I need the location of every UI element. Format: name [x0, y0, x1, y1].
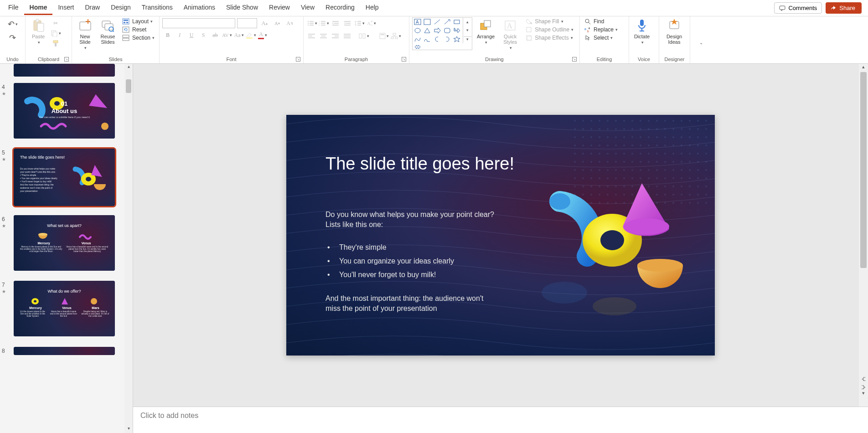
- font-name-input[interactable]: [162, 18, 235, 28]
- undo-button[interactable]: ↶▾: [7, 19, 18, 29]
- notes-placeholder: Click to add notes: [140, 412, 198, 419]
- line-spacing-button[interactable]: ▾: [354, 18, 365, 28]
- align-text-button[interactable]: ▾: [378, 31, 389, 41]
- tab-view[interactable]: View: [295, 1, 320, 15]
- shapes-scroll-down[interactable]: ▾: [466, 28, 469, 32]
- shapes-expand[interactable]: ▾: [464, 36, 471, 41]
- copy-button[interactable]: ▾: [50, 28, 61, 38]
- smartart-button[interactable]: ▾: [390, 31, 401, 41]
- slide-intro[interactable]: Do you know what helps you make your poi…: [326, 210, 494, 229]
- shapes-scroll-up[interactable]: ▴: [466, 20, 469, 24]
- font-size-input[interactable]: [237, 18, 257, 28]
- shapes-gallery[interactable]: A ▴ ▾ ▾: [412, 17, 472, 50]
- underline-button[interactable]: U: [186, 30, 197, 40]
- layout-button[interactable]: Layout▾: [120, 17, 156, 26]
- notes-pane[interactable]: Click to add notes: [133, 407, 868, 433]
- italic-button[interactable]: I: [174, 30, 185, 40]
- tab-insert[interactable]: Insert: [52, 1, 79, 15]
- reuse-slides-button[interactable]: Reuse Slides: [97, 17, 119, 46]
- paste-button[interactable]: Paste ▾: [28, 17, 48, 46]
- slide-closing[interactable]: And the most important thing: the audien…: [326, 294, 494, 313]
- numbering-button[interactable]: 123▾: [318, 18, 329, 28]
- increase-font-button[interactable]: A▴: [259, 18, 270, 28]
- shape-effects-button[interactable]: Shape Effects▾: [524, 34, 575, 42]
- editor-scroll-up[interactable]: ▴: [859, 64, 868, 72]
- new-slide-button[interactable]: New Slide▾: [75, 17, 95, 51]
- align-center-button[interactable]: [318, 31, 329, 41]
- clear-formatting-button[interactable]: A↯: [284, 18, 295, 28]
- format-painter-button[interactable]: [50, 38, 61, 48]
- drawing-launcher[interactable]: ↘: [572, 57, 577, 62]
- slide-thumbnail[interactable]: What do we offer?MercuryVenusMarsIt's th…: [14, 281, 115, 336]
- text-shadow-button[interactable]: S: [198, 30, 209, 40]
- tab-draw[interactable]: Draw: [79, 1, 105, 15]
- columns-button[interactable]: ▾: [358, 31, 369, 41]
- collapse-ribbon-button[interactable]: ⌄: [699, 40, 703, 45]
- dictate-button[interactable]: Dictate▾: [632, 17, 652, 46]
- reset-button[interactable]: Reset: [120, 26, 156, 34]
- share-button[interactable]: Share: [826, 2, 862, 14]
- shape-fill-button[interactable]: Shape Fill▾: [524, 17, 575, 26]
- comments-button[interactable]: Comments: [774, 2, 822, 14]
- select-button[interactable]: Select▾: [583, 34, 615, 42]
- slide-thumbnail[interactable]: 01About usYou can enter a subtitle here …: [14, 83, 115, 139]
- text-direction-button[interactable]: A▾: [366, 18, 377, 28]
- slide-thumbnail[interactable]: What set us apart?MercuryVenusMercury is…: [14, 215, 115, 271]
- tab-design[interactable]: Design: [105, 1, 136, 15]
- redo-button[interactable]: ↷: [7, 33, 18, 43]
- svg-rect-53: [344, 36, 351, 36]
- tab-file[interactable]: File: [3, 1, 24, 15]
- justify-button[interactable]: [342, 31, 353, 41]
- tab-home[interactable]: Home: [24, 1, 53, 15]
- editor-scroll-handle[interactable]: [860, 72, 867, 268]
- char-spacing-button[interactable]: AV▾: [222, 30, 232, 40]
- quick-styles-button[interactable]: A Quick Styles▾: [499, 17, 521, 51]
- tab-animations[interactable]: Animations: [178, 1, 221, 15]
- highlight-button[interactable]: ▾: [245, 30, 256, 40]
- tab-transitions[interactable]: Transitions: [136, 1, 178, 15]
- bullets-button[interactable]: ▾: [306, 18, 317, 28]
- decrease-indent-button[interactable]: [330, 18, 341, 28]
- slide-thumbnail[interactable]: [14, 347, 115, 355]
- svg-rect-52: [344, 34, 351, 35]
- cut-button[interactable]: ✂: [50, 18, 61, 28]
- increase-indent-button[interactable]: [342, 18, 353, 28]
- editor-scrollbar[interactable]: ▴ ⦓ ⦔ ▾: [859, 64, 868, 407]
- change-case-button[interactable]: Aa▾: [233, 30, 244, 40]
- next-slide-button[interactable]: ⦔: [859, 384, 868, 390]
- find-button[interactable]: Find: [583, 17, 606, 26]
- thumb-scroll-down[interactable]: ▾: [124, 426, 133, 433]
- svg-rect-20: [246, 37, 253, 39]
- tab-help[interactable]: Help: [360, 1, 384, 15]
- shape-outline-button[interactable]: Shape Outline▾: [524, 26, 575, 34]
- paragraph-launcher[interactable]: ↘: [402, 57, 406, 62]
- font-launcher[interactable]: ↘: [296, 57, 300, 62]
- design-ideas-button[interactable]: Design Ideas: [662, 17, 687, 46]
- bold-button[interactable]: B: [162, 30, 173, 40]
- clipboard-launcher[interactable]: ↘: [64, 57, 69, 62]
- decrease-font-button[interactable]: A▾: [272, 18, 283, 28]
- slide-thumbnail[interactable]: [14, 64, 115, 77]
- editor-scroll-down[interactable]: ▾: [859, 390, 868, 398]
- tab-slide-show[interactable]: Slide Show: [221, 1, 264, 15]
- align-left-button[interactable]: [306, 31, 317, 41]
- font-color-button[interactable]: A▾: [257, 30, 268, 40]
- section-button[interactable]: Section▾: [120, 34, 156, 42]
- svg-rect-69: [444, 28, 450, 33]
- arrange-button[interactable]: Arrange▾: [475, 17, 496, 46]
- slide-thumbnail[interactable]: The slide title goes here!Do you know wh…: [14, 149, 115, 206]
- align-right-button[interactable]: [330, 31, 341, 41]
- tab-recording[interactable]: Recording: [320, 1, 360, 15]
- prev-slide-button[interactable]: ⦓: [859, 376, 868, 382]
- thumb-scroll-handle[interactable]: [126, 79, 131, 93]
- thumb-scroll-up[interactable]: ▴: [124, 64, 133, 71]
- replace-button[interactable]: abReplace▾: [583, 26, 620, 34]
- slide-canvas[interactable]: The slide title goes here! Do you know w…: [286, 115, 715, 356]
- strikethrough-button[interactable]: ab: [210, 30, 221, 40]
- slide-title[interactable]: The slide title goes here!: [326, 153, 522, 175]
- quick-styles-icon: A: [504, 20, 517, 31]
- thumbnail-scrollbar[interactable]: ▴ ▾: [124, 64, 133, 433]
- tab-review[interactable]: Review: [264, 1, 295, 15]
- svg-rect-45: [308, 37, 315, 38]
- slide-bullets[interactable]: They're simpleYou can organize your idea…: [326, 238, 499, 284]
